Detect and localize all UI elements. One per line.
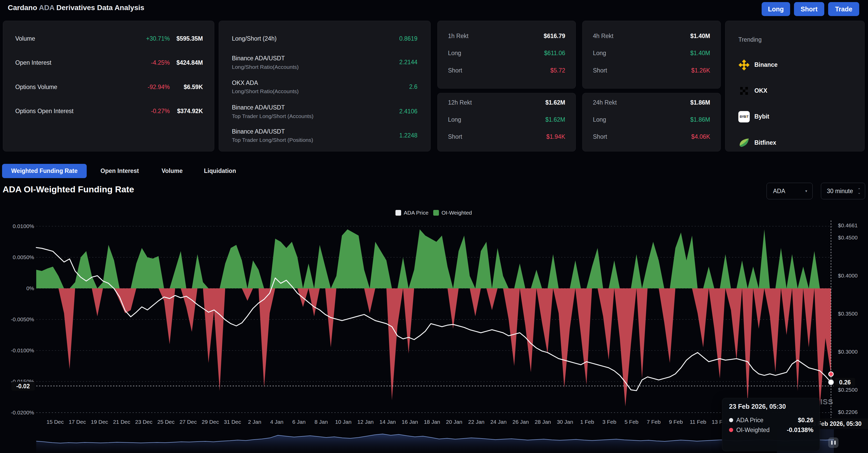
ratio-subtitle: Top Trader Long/Short (Accounts): [232, 113, 313, 119]
ratio-title: OKX ADA: [232, 80, 258, 87]
ratio-title: Binance ADA/USDT: [232, 128, 285, 135]
tab-open-interest[interactable]: Open Interest: [98, 164, 141, 178]
market-stats-panel: Volume +30.71% $595.35M Open Interest -4…: [3, 21, 214, 151]
chart-title: ADA OI-Weighted Funding Rate: [3, 184, 134, 194]
x-axis-label: 6 Jan: [292, 419, 306, 425]
bitfinex-icon: [738, 137, 750, 149]
stat-row: Volume +30.71% $595.35M: [15, 35, 35, 42]
trending-panel: Trending Binance: [725, 21, 865, 151]
trending-item-bybit[interactable]: BYBIT Bybit: [738, 111, 852, 122]
left-axis-label: 0%: [26, 285, 34, 291]
rekt-total: $1.86M: [653, 99, 710, 106]
series-dot-icon: [729, 428, 733, 432]
x-axis-label: 26 Jan: [513, 419, 529, 425]
x-axis-label: 8 Jan: [314, 419, 328, 425]
stat-label: Open Interest: [15, 59, 51, 66]
derivatives-dashboard: Cardano ADA Derivatives Data Analysis Lo…: [0, 0, 868, 453]
x-axis-label: 30 Jan: [557, 419, 573, 425]
stat-value: $374.92K: [159, 108, 203, 115]
tooltip-timestamp: 23 Feb 2026, 05:30: [729, 403, 786, 410]
rekt-total: $1.40M: [653, 33, 710, 40]
long-button[interactable]: Long: [762, 2, 790, 16]
x-axis-label: 10 Jan: [335, 419, 351, 425]
rekt-title: 24h Rekt: [593, 99, 617, 106]
tab-volume[interactable]: Volume: [158, 164, 186, 178]
rekt-short-value: $1.26K: [653, 67, 710, 74]
ratio-subtitle: Long/Short Ratio(Accounts): [232, 64, 299, 70]
rekt-card-1h: 1h Rekt $616.79 Long $611.06 Short $5.72: [437, 21, 576, 89]
tooltip-row-ada-price: ADA Price $0.26: [729, 416, 813, 424]
rekt-short-value: $5.72: [508, 67, 565, 74]
rekt-long-value: $611.06: [508, 50, 565, 57]
trade-button[interactable]: Trade: [828, 2, 859, 16]
ratio-value: 0.8619: [366, 35, 417, 42]
left-axis-label: 0.0100%: [13, 223, 34, 229]
rekt-title: 12h Rekt: [448, 99, 472, 106]
left-axis-label: -0.0100%: [11, 348, 34, 353]
stat-label: Volume: [15, 35, 35, 42]
tooltip-series-value: -0.0138%: [787, 426, 813, 433]
pause-button[interactable]: [828, 437, 838, 448]
rekt-long-value: $1.40M: [653, 50, 710, 57]
x-axis-label: 25 Dec: [157, 419, 175, 425]
navigator-area[interactable]: [36, 434, 834, 453]
funding-area-positive: [36, 229, 831, 289]
x-axis-label: 2 Jan: [248, 419, 261, 425]
ratio-value: 2.4106: [366, 108, 417, 115]
rekt-total: $616.79: [508, 33, 565, 40]
right-axis-label: $0.3000: [838, 349, 858, 355]
legend-swatch-oi-weighted: [433, 210, 439, 216]
tooltip-series-value: $0.26: [798, 417, 813, 424]
rekt-total: $1.62M: [508, 99, 565, 106]
price-marker: [828, 380, 834, 385]
interval-select[interactable]: 30 minute ⌃⌄: [821, 183, 865, 199]
stat-row: Options Open Interest -0.27% $374.92K: [15, 108, 73, 115]
legend-oi-weighted[interactable]: OI-Weighted: [433, 210, 472, 216]
x-axis-label: 21 Dec: [113, 419, 130, 425]
rekt-title: 4h Rekt: [593, 33, 613, 40]
watermark: ISS: [820, 398, 833, 406]
tab-liquidation[interactable]: Liquidation: [200, 164, 239, 178]
rekt-card-24h: 24h Rekt $1.86M Long $1.86M Short $4.06K: [582, 93, 721, 151]
crosshair-left-axis-badge: -0.02: [11, 382, 35, 391]
x-axis-label: 7 Feb: [647, 419, 661, 425]
rekt-long-value: $1.86M: [653, 116, 710, 123]
x-axis-label: 31 Dec: [224, 419, 241, 425]
trending-item-binance[interactable]: Binance: [738, 59, 852, 71]
x-axis-label: 4 Jan: [270, 419, 283, 425]
tab-weighted-funding-rate[interactable]: Weighted Funding Rate: [2, 164, 87, 178]
short-button[interactable]: Short: [794, 2, 824, 16]
trending-item-okx[interactable]: OKX: [738, 85, 852, 96]
ratio-subtitle: Top Trader Long/Short (Positions): [232, 137, 313, 143]
page-title-prefix: Cardano: [8, 4, 37, 12]
left-axis-label: 0.0050%: [13, 254, 34, 260]
left-axis-label: -0.0200%: [11, 410, 34, 416]
stat-label: Options Volume: [15, 84, 57, 90]
legend-label: ADA Price: [404, 210, 429, 216]
x-axis-label: 20 Jan: [446, 419, 462, 425]
trending-item-label: Bybit: [754, 113, 769, 120]
stat-value: $424.84M: [159, 59, 203, 66]
trending-item-label: OKX: [754, 87, 767, 94]
rekt-card-12h: 12h Rekt $1.62M Long $1.62M Short $1.94K: [437, 93, 576, 151]
legend-ada-price[interactable]: ADA Price: [396, 210, 429, 216]
trending-item-bitfinex[interactable]: Bitfinex: [738, 137, 852, 149]
legend-swatch-ada-price: [396, 210, 401, 216]
rekt-short-label: Short: [593, 133, 607, 140]
tooltip-series-label: OI-Weighted: [736, 427, 770, 433]
x-axis-label: 27 Dec: [180, 419, 197, 425]
rekt-short-value: $4.06K: [653, 133, 710, 140]
page-title-symbol: ADA: [39, 4, 54, 12]
chart-tooltip: 23 Feb 2026, 05:30 ADA Price $0.26 OI-We…: [722, 398, 820, 451]
right-axis-label: $0.4500: [838, 235, 858, 240]
binance-icon: [738, 59, 750, 71]
tooltip-series-label: ADA Price: [736, 417, 764, 424]
ratio-value: 2.2144: [366, 59, 417, 66]
stepper-arrows-icon: ⌃⌄: [858, 188, 861, 194]
interval-select-value: 30 minute: [827, 188, 853, 195]
x-axis-label: 17 Dec: [69, 419, 86, 425]
legend-label: OI-Weighted: [441, 210, 472, 216]
symbol-select[interactable]: ADA ▾: [767, 183, 813, 199]
x-axis-label: 5 Feb: [624, 419, 639, 425]
x-axis-label: 24 Jan: [490, 419, 507, 425]
